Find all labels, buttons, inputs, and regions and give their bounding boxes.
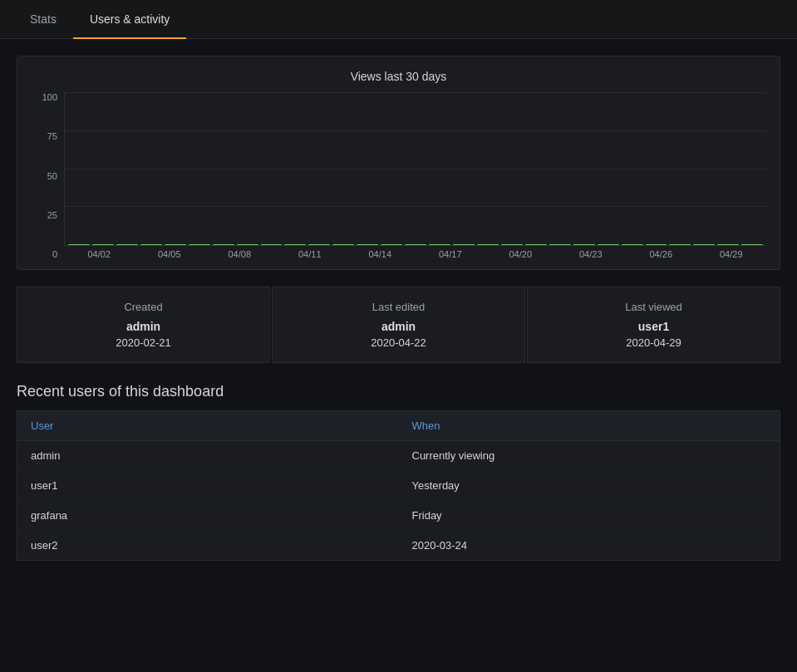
- x-label-5: 04/17: [416, 249, 486, 259]
- bar-28: [741, 244, 763, 245]
- section-title: Recent users of this dashboard: [17, 383, 780, 400]
- chart-container: Views last 30 days 0 25 50 75 100: [17, 56, 780, 270]
- bar-9: [284, 244, 306, 245]
- x-label-8: 04/26: [626, 249, 696, 259]
- bar-2: [116, 244, 138, 245]
- bar-group-2: [116, 244, 138, 245]
- y-axis: 0 25 50 75 100: [31, 93, 57, 259]
- x-label-4: 04/14: [345, 249, 416, 259]
- bar-20: [549, 244, 571, 245]
- stat-label-edited: Last edited: [286, 301, 511, 313]
- bar-11: [332, 244, 354, 245]
- bar-18: [501, 244, 523, 245]
- x-label-9: 04/29: [696, 249, 767, 259]
- bar-3: [140, 244, 162, 245]
- stat-card-created: Created admin 2020-02-21: [17, 287, 270, 363]
- bar-group-12: [357, 244, 378, 245]
- chart-title: Views last 30 days: [31, 70, 766, 83]
- bar-group-19: [525, 244, 547, 245]
- bar-22: [598, 244, 619, 245]
- bar-24: [646, 244, 667, 245]
- bar-group-9: [284, 244, 306, 245]
- x-label-1: 04/05: [135, 249, 205, 259]
- cell-user-0: admin: [17, 441, 399, 471]
- cell-user-2: grafana: [17, 501, 399, 531]
- x-label-3: 04/11: [275, 249, 346, 259]
- cell-user-3: user2: [17, 531, 399, 561]
- cell-when-2: Friday: [399, 501, 780, 531]
- x-label-0: 04/02: [64, 249, 135, 259]
- chart-area: 0 25 50 75 100 04: [31, 93, 766, 259]
- col-header-user: User: [17, 411, 399, 441]
- y-label-100: 100: [31, 93, 57, 102]
- bar-26: [693, 244, 715, 245]
- x-labels: 04/0204/0504/0804/1104/1404/1704/2004/23…: [64, 246, 766, 259]
- bar-15: [429, 244, 450, 245]
- cell-user-1: user1: [17, 471, 399, 501]
- x-label-2: 04/08: [204, 249, 275, 259]
- bar-group-22: [598, 244, 619, 245]
- chart-inner: 04/0204/0504/0804/1104/1404/1704/2004/23…: [64, 93, 766, 259]
- bar-25: [669, 244, 691, 245]
- tabs-container: Stats Users & activity: [0, 0, 797, 39]
- table-row: user1Yesterday: [17, 471, 780, 501]
- bar-group-7: [237, 244, 258, 245]
- stat-date-viewed: 2020-04-29: [541, 336, 766, 349]
- table-row: user22020-03-24: [17, 531, 780, 561]
- bar-group-4: [165, 244, 186, 245]
- bar-10: [308, 244, 330, 245]
- stats-row: Created admin 2020-02-21 Last edited adm…: [17, 287, 780, 363]
- main-content: Views last 30 days 0 25 50 75 100: [0, 39, 797, 577]
- table-header-row: User When: [17, 411, 780, 441]
- bar-5: [189, 244, 210, 245]
- bar-0: [68, 244, 90, 245]
- bars-area: [64, 93, 766, 246]
- tab-stats[interactable]: Stats: [13, 1, 73, 39]
- bar-group-3: [140, 244, 162, 245]
- stat-label-created: Created: [31, 301, 256, 313]
- bar-group-18: [501, 244, 523, 245]
- y-label-25: 25: [31, 211, 57, 220]
- col-header-when: When: [399, 411, 780, 441]
- bar-1: [92, 244, 114, 245]
- bar-group-23: [622, 244, 643, 245]
- bar-group-28: [741, 244, 763, 245]
- bar-group-11: [332, 244, 354, 245]
- bar-group-1: [92, 244, 114, 245]
- bar-group-15: [429, 244, 450, 245]
- bar-group-25: [669, 244, 691, 245]
- bar-group-21: [573, 244, 595, 245]
- users-table: User When adminCurrently viewinguser1Yes…: [17, 410, 780, 561]
- stat-date-created: 2020-02-21: [31, 336, 256, 349]
- bar-group-14: [405, 244, 426, 245]
- y-label-75: 75: [31, 132, 57, 141]
- tab-users-activity[interactable]: Users & activity: [73, 1, 186, 39]
- x-label-7: 04/23: [556, 249, 627, 259]
- stat-date-edited: 2020-04-22: [286, 336, 511, 349]
- bar-group-17: [477, 244, 499, 245]
- bar-group-24: [646, 244, 667, 245]
- bar-21: [573, 244, 595, 245]
- cell-when-0: Currently viewing: [399, 441, 780, 471]
- bar-6: [213, 244, 234, 245]
- bar-group-20: [549, 244, 571, 245]
- bar-23: [622, 244, 643, 245]
- cell-when-3: 2020-03-24: [399, 531, 780, 561]
- table-row: grafanaFriday: [17, 501, 780, 531]
- stat-user-created: admin: [31, 320, 256, 333]
- table-row: adminCurrently viewing: [17, 441, 780, 471]
- y-label-50: 50: [31, 172, 57, 181]
- bar-group-16: [453, 244, 475, 245]
- bar-17: [477, 244, 499, 245]
- bar-4: [165, 244, 186, 245]
- bar-group-6: [213, 244, 234, 245]
- bar-group-5: [189, 244, 210, 245]
- bar-group-8: [261, 244, 283, 245]
- bar-group-0: [68, 244, 90, 245]
- x-label-6: 04/20: [485, 249, 556, 259]
- bars-wrapper: [65, 93, 766, 245]
- bar-group-27: [717, 244, 739, 245]
- stat-card-viewed: Last viewed user1 2020-04-29: [527, 287, 780, 363]
- bar-group-26: [693, 244, 715, 245]
- bar-19: [525, 244, 547, 245]
